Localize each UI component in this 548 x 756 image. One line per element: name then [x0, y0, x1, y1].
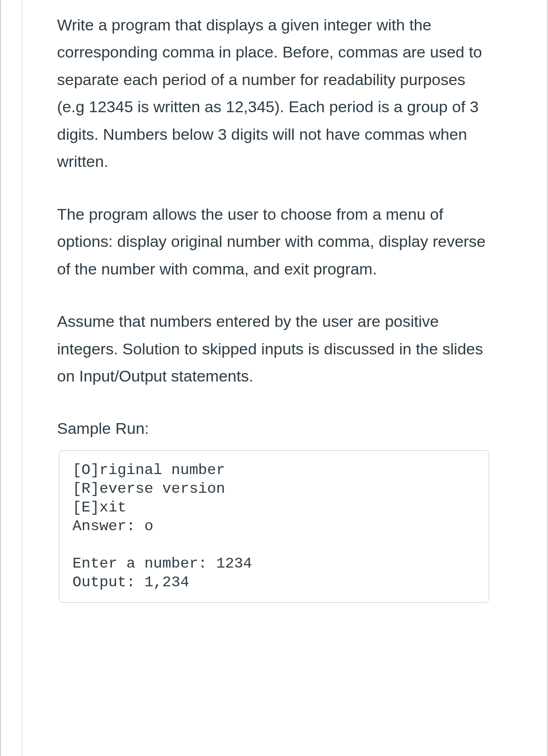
sample-run-code-block: [O]riginal number [R]everse version [E]x…: [59, 450, 489, 603]
sample-run-label: Sample Run:: [57, 415, 491, 442]
problem-paragraph-3: Assume that numbers entered by the user …: [57, 308, 491, 389]
content-area: Write a program that displays a given in…: [35, 11, 513, 603]
page-container: Write a program that displays a given in…: [0, 0, 548, 756]
problem-paragraph-2: The program allows the user to choose fr…: [57, 201, 491, 282]
left-margin-rule: [22, 0, 22, 756]
problem-paragraph-1: Write a program that displays a given in…: [57, 11, 491, 175]
